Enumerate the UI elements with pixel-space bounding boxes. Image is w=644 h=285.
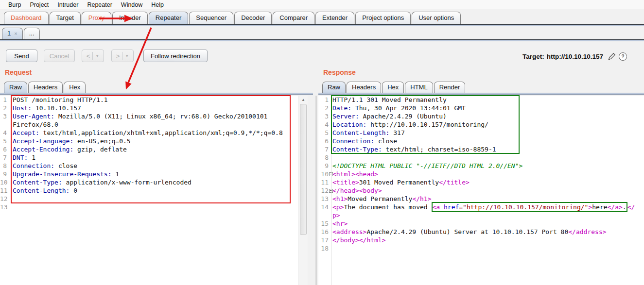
code-segment: The document has moved bbox=[344, 203, 431, 211]
response-line-8: 8 bbox=[318, 153, 644, 162]
menu-item-repeater[interactable]: Repeater bbox=[83, 0, 116, 9]
line-number: 6 bbox=[318, 137, 329, 145]
line-text: p> bbox=[332, 211, 340, 219]
scroll-up-icon[interactable]: ▲ bbox=[299, 96, 308, 103]
request-tab-hex[interactable]: Hex bbox=[64, 82, 86, 93]
line-number: 3 bbox=[318, 112, 329, 120]
line-number: 2 bbox=[318, 104, 329, 112]
response-line-3: 3Server: Apache/2.4.29 (Ubuntu) bbox=[318, 112, 644, 120]
line-text: Host: 10.10.10.157 bbox=[13, 104, 81, 112]
request-editor[interactable]: 1POST /monitoring HTTP/1.12Host: 10.10.1… bbox=[0, 96, 298, 285]
code-segment: <a bbox=[433, 203, 444, 211]
menu-item-intruder[interactable]: Intruder bbox=[53, 0, 83, 9]
main-tab-intruder[interactable]: Intruder bbox=[112, 12, 148, 24]
request-line-4: 4Accept: text/html,application/xhtml+xml… bbox=[0, 129, 298, 137]
response-tab-hex[interactable]: Hex bbox=[382, 82, 404, 93]
repeater-session-tab-more[interactable]: ... bbox=[24, 28, 40, 39]
code-segment: ="http://10.10.10.157/monitoring/" bbox=[459, 203, 588, 211]
code-segment: <hr> bbox=[332, 220, 348, 227]
request-line-12: 12 bbox=[0, 195, 298, 203]
menu-item-help[interactable]: Help bbox=[147, 0, 168, 9]
request-line-9: 9Upgrade-Insecure-Requests: 1 bbox=[0, 170, 298, 178]
chevron-down-icon[interactable]: ▼ bbox=[95, 54, 99, 58]
main-tab-target[interactable]: Target bbox=[50, 12, 81, 24]
request-line-8: 8Connection: close bbox=[0, 162, 298, 170]
annotation-green-box-link: <a href="http://10.10.10.157/monitoring/… bbox=[432, 202, 627, 212]
send-button-label: Send bbox=[14, 52, 29, 60]
code-segment: Connection: bbox=[332, 137, 374, 145]
cancel-button[interactable]: Cancel bbox=[44, 50, 75, 62]
line-text: Content-Length: 0 bbox=[13, 186, 77, 195]
repeater-session-tab-1[interactable]: 1× bbox=[2, 28, 23, 39]
code-segment: Content-Length: bbox=[332, 129, 389, 136]
main-tab-decoder[interactable]: Decoder bbox=[234, 12, 272, 24]
help-icon[interactable]: ? bbox=[619, 52, 627, 61]
menu-item-window[interactable]: Window bbox=[117, 0, 147, 9]
code-segment: . bbox=[623, 203, 627, 211]
follow-redirection-label: Follow redirection bbox=[151, 52, 200, 60]
request-tab-bar: RawHeadersHex bbox=[4, 82, 86, 93]
line-text: POST /monitoring HTTP/1.1 bbox=[13, 96, 108, 104]
response-tab-html[interactable]: HTML bbox=[405, 82, 433, 93]
request-line-10: 10Content-Type: application/x-www-form-u… bbox=[0, 178, 298, 186]
line-number: 13 bbox=[0, 203, 7, 211]
code-segment: http://10.10.10.157/monitoring/ bbox=[366, 121, 488, 128]
tab-close-icon[interactable]: × bbox=[14, 31, 17, 36]
request-line-2: 2Host: 10.10.10.157 bbox=[0, 104, 298, 112]
response-line-7: 7Content-Type: text/html; charset=iso-88… bbox=[318, 145, 644, 153]
code-segment: Content-Length: bbox=[13, 187, 70, 194]
line-number: 12 bbox=[318, 186, 329, 195]
history-forward-button[interactable]: >▼ bbox=[111, 50, 134, 62]
line-number bbox=[0, 120, 7, 129]
main-tab-sequencer[interactable]: Sequencer bbox=[189, 12, 233, 24]
request-tab-raw[interactable]: Raw bbox=[4, 82, 27, 93]
request-tab-headers[interactable]: Headers bbox=[28, 82, 63, 93]
response-editor[interactable]: 1HTTP/1.1 301 Moved Permanently2Date: Th… bbox=[318, 96, 644, 285]
code-segment: <p> bbox=[332, 203, 344, 211]
response-tab-headers[interactable]: Headers bbox=[347, 82, 381, 93]
request-scrollbar[interactable]: ▲ bbox=[299, 96, 308, 285]
code-segment: 10.10.10.157 bbox=[32, 104, 81, 112]
main-tab-project-options[interactable]: Project options bbox=[355, 12, 411, 24]
code-segment: </body></html> bbox=[332, 236, 386, 244]
line-text: HTTP/1.1 301 Moved Permanently bbox=[332, 96, 447, 104]
main-tab-dashboard[interactable]: Dashboard bbox=[4, 12, 49, 24]
request-scrollbar-thumb[interactable] bbox=[300, 104, 307, 235]
response-line-16: 16<address>Apache/2.4.29 (Ubuntu) Server… bbox=[318, 228, 644, 236]
line-text: <html><head> bbox=[332, 170, 378, 178]
main-tab-extender[interactable]: Extender bbox=[315, 12, 354, 24]
history-back-button[interactable]: <▼ bbox=[82, 50, 104, 62]
line-text: Upgrade-Insecure-Requests: 1 bbox=[13, 170, 119, 178]
follow-redirection-button[interactable]: Follow redirection bbox=[143, 50, 208, 62]
line-text: Content-Length: 317 bbox=[332, 129, 405, 137]
response-tab-render[interactable]: Render bbox=[434, 82, 466, 93]
session-tab-label: 1 bbox=[7, 30, 11, 37]
line-text: Content-Type: application/x-www-form-url… bbox=[13, 178, 191, 186]
main-tab-proxy[interactable]: Proxy bbox=[82, 12, 111, 24]
code-segment: here bbox=[592, 203, 607, 211]
response-line-15: 15<hr> bbox=[318, 219, 644, 228]
code-segment: <!DOCTYPE HTML PUBLIC "-//IETF//DTD HTML… bbox=[332, 162, 522, 169]
response-tab-raw[interactable]: Raw bbox=[322, 82, 346, 93]
chevron-down-icon[interactable]: ▼ bbox=[125, 54, 129, 58]
request-line-wrap-3: Firefox/68.0 bbox=[0, 120, 298, 129]
main-tab-comparer[interactable]: Comparer bbox=[273, 12, 314, 24]
code-segment: application/x-www-form-urlencoded bbox=[62, 179, 191, 186]
line-text: <hr> bbox=[332, 219, 348, 228]
code-segment: Location: bbox=[332, 121, 366, 128]
response-line-9: 9<!DOCTYPE HTML PUBLIC "-//IETF//DTD HTM… bbox=[318, 162, 644, 170]
main-tab-repeater[interactable]: Repeater bbox=[149, 12, 188, 24]
pencil-icon[interactable] bbox=[608, 52, 616, 61]
line-text: </body></html> bbox=[332, 236, 386, 244]
menu-item-project[interactable]: Project bbox=[25, 0, 53, 9]
send-button[interactable]: Send bbox=[6, 50, 37, 62]
code-segment: DNT: bbox=[13, 154, 28, 161]
menu-item-burp[interactable]: Burp bbox=[4, 0, 25, 9]
code-segment: 1 bbox=[28, 154, 35, 161]
code-segment: Accept-Language: bbox=[13, 137, 73, 145]
code-segment: Firefox/68.0 bbox=[13, 121, 58, 128]
request-line-1: 1POST /monitoring HTTP/1.1 bbox=[0, 96, 298, 104]
main-tab-user-options[interactable]: User options bbox=[412, 12, 461, 24]
response-line-10: 10<html><head> bbox=[318, 170, 644, 178]
panel-split-divider[interactable] bbox=[315, 96, 317, 285]
